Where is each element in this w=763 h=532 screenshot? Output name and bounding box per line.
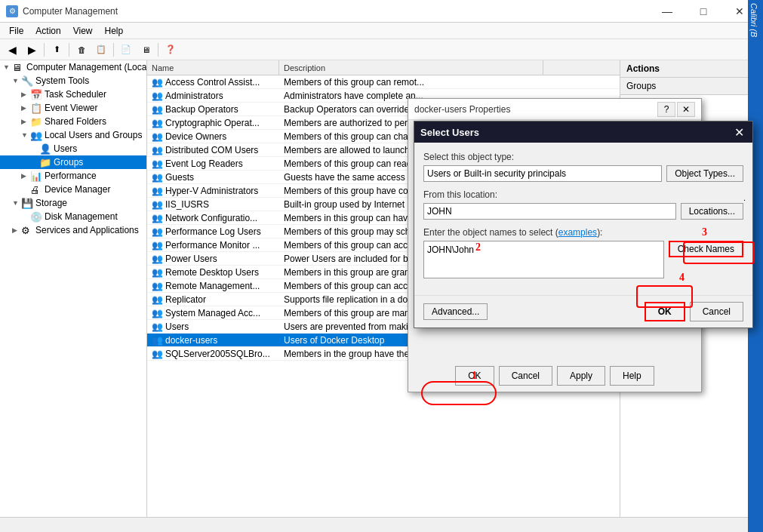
tree-label: Groups bbox=[54, 157, 83, 168]
select-users-ok-btn[interactable]: OK bbox=[645, 302, 685, 321]
computer-icon: 🖥 bbox=[12, 62, 24, 73]
check-names-button[interactable]: Check Names bbox=[669, 241, 743, 257]
expand-icon: ▼ bbox=[21, 131, 30, 139]
properties-apply-btn[interactable]: Apply bbox=[557, 366, 605, 386]
properties-controls: ? ✕ bbox=[657, 102, 695, 117]
tree-item-services-apps[interactable]: ▶ ⚙ Services and Applications bbox=[0, 223, 146, 237]
group-row-icon: 👥 bbox=[152, 131, 163, 142]
properties-footer: OK Cancel Apply Help bbox=[414, 366, 695, 386]
tree-label: Local Users and Groups bbox=[45, 130, 142, 140]
toolbar-help[interactable]: ❓ bbox=[162, 42, 180, 58]
maximize-button[interactable]: □ bbox=[686, 0, 721, 23]
toolbar-properties[interactable]: 📋 bbox=[92, 42, 110, 58]
properties-ok-btn[interactable]: OK bbox=[455, 366, 494, 386]
toolbar-up[interactable]: ⬆ bbox=[48, 42, 66, 58]
location-input[interactable] bbox=[423, 203, 676, 220]
menu-help[interactable]: Help bbox=[99, 24, 130, 38]
storage-icon: 💾 bbox=[21, 198, 33, 209]
tree-label: Device Manager bbox=[45, 184, 110, 195]
group-row-icon: 👥 bbox=[152, 77, 163, 88]
actions-label: Actions bbox=[626, 63, 660, 74]
group-row-icon: 👥 bbox=[152, 91, 163, 101]
properties-close-btn[interactable]: ✕ bbox=[677, 102, 695, 117]
group-row-icon: 👥 bbox=[152, 158, 163, 169]
enter-names-label: Enter the object names to select (exampl… bbox=[423, 227, 743, 238]
users-icon: 👥 bbox=[30, 130, 42, 141]
menu-bar: File Action View Help bbox=[0, 23, 763, 39]
names-input[interactable]: JOHN\John bbox=[423, 241, 664, 278]
select-users-close-btn[interactable]: ✕ bbox=[731, 125, 746, 140]
group-row-icon: 👥 bbox=[152, 308, 163, 318]
task-icon: 📅 bbox=[30, 89, 42, 100]
disk-icon: 💿 bbox=[30, 211, 42, 223]
window-controls: — □ ✕ bbox=[650, 0, 757, 23]
ok-cancel-btns: OK Cancel bbox=[645, 302, 743, 321]
expand-icon: ▶ bbox=[21, 118, 30, 125]
group-row-icon: 👥 bbox=[152, 267, 163, 278]
select-users-footer: Advanced... OK Cancel bbox=[414, 295, 752, 328]
advanced-button[interactable]: Advanced... bbox=[423, 303, 488, 320]
col-description[interactable]: Description bbox=[279, 60, 543, 75]
toolbar: ◀ ▶ ⬆ 🗑 📋 📄 🖥 ❓ bbox=[0, 39, 763, 60]
properties-help-btn[interactable]: Help bbox=[610, 366, 654, 386]
properties-title: docker-users Properties bbox=[414, 104, 510, 115]
actions-groups: Groups ▲ bbox=[620, 78, 763, 95]
tree-item-groups[interactable]: 📁 Groups bbox=[0, 155, 146, 169]
group-row-icon: 👥 bbox=[152, 349, 163, 359]
group-icon: 📁 bbox=[39, 157, 51, 168]
menu-view[interactable]: View bbox=[67, 24, 99, 38]
tree-label: Storage bbox=[35, 198, 67, 208]
tree-label: Event Viewer bbox=[45, 103, 97, 113]
select-users-body: Select this object type: Object Types...… bbox=[414, 143, 752, 295]
sidebar-text: Calibri (B bbox=[748, 0, 760, 40]
tree-item-event-viewer[interactable]: ▶ 📋 Event Viewer bbox=[0, 101, 146, 115]
properties-title-bar: docker-users Properties ? ✕ bbox=[408, 99, 701, 120]
tree-item-device-manager[interactable]: 🖨 Device Manager bbox=[0, 183, 146, 196]
tree-item-task-scheduler[interactable]: ▶ 📅 Task Scheduler bbox=[0, 88, 146, 101]
tree-label: Computer Management (Local bbox=[26, 62, 146, 72]
expand-icon: ▶ bbox=[21, 91, 30, 98]
tools-icon: 🔧 bbox=[21, 75, 33, 87]
properties-question-btn[interactable]: ? bbox=[657, 102, 675, 117]
list-header: Name Description bbox=[147, 60, 620, 75]
object-type-input[interactable] bbox=[423, 165, 662, 182]
location-row: Locations... bbox=[423, 203, 743, 220]
toolbar-forward[interactable]: ▶ bbox=[23, 42, 41, 58]
expand-icon: ▶ bbox=[21, 172, 30, 180]
tree-item-performance[interactable]: ▶ 📊 Performance bbox=[0, 169, 146, 183]
folder-icon: 📁 bbox=[30, 116, 42, 128]
select-users-cancel-btn[interactable]: Cancel bbox=[690, 302, 743, 321]
tree-item-system-tools[interactable]: ▼ 🔧 System Tools bbox=[0, 74, 146, 88]
window-title: Computer Management bbox=[23, 6, 118, 17]
event-icon: 📋 bbox=[30, 103, 42, 114]
group-row-icon: 👥 bbox=[152, 186, 163, 196]
tree-item-users[interactable]: 👤 Users bbox=[0, 142, 146, 155]
tree-label: Disk Management bbox=[45, 211, 118, 222]
status-bar bbox=[0, 517, 763, 532]
toolbar-back[interactable]: ◀ bbox=[3, 42, 21, 58]
toolbar-sep-2 bbox=[69, 43, 69, 57]
list-row[interactable]: 👥Access Control Assist...Members of this… bbox=[147, 75, 620, 89]
locations-button[interactable]: Locations... bbox=[681, 203, 743, 220]
menu-file[interactable]: File bbox=[3, 24, 29, 38]
group-row-icon: 👥 bbox=[152, 240, 163, 251]
group-row-icon: 👥 bbox=[152, 172, 163, 183]
tree-item-disk-mgmt[interactable]: 💿 Disk Management bbox=[0, 210, 146, 223]
object-types-button[interactable]: Object Types... bbox=[666, 165, 743, 182]
tree-item-shared-folders[interactable]: ▶ 📁 Shared Folders bbox=[0, 115, 146, 128]
menu-action[interactable]: Action bbox=[29, 24, 66, 38]
examples-link[interactable]: examples bbox=[558, 227, 597, 238]
col-name[interactable]: Name bbox=[147, 60, 279, 75]
tree-item-storage[interactable]: ▼ 💾 Storage bbox=[0, 196, 146, 210]
minimize-button[interactable]: — bbox=[650, 0, 685, 23]
tree-item-computer-mgmt[interactable]: ▼ 🖥 Computer Management (Local bbox=[0, 60, 146, 74]
tree-label: Shared Folders bbox=[45, 116, 106, 127]
toolbar-computer[interactable]: 🖥 bbox=[137, 42, 155, 58]
toolbar-show-hide[interactable]: 🗑 bbox=[72, 42, 91, 58]
group-row-icon: 👥 bbox=[152, 294, 163, 305]
tree-item-local-users[interactable]: ▼ 👥 Local Users and Groups bbox=[0, 128, 146, 142]
tree-label: Users bbox=[54, 143, 77, 154]
properties-cancel-btn[interactable]: Cancel bbox=[499, 366, 552, 386]
expand-icon: ▶ bbox=[12, 226, 21, 234]
toolbar-new[interactable]: 📄 bbox=[117, 42, 135, 58]
